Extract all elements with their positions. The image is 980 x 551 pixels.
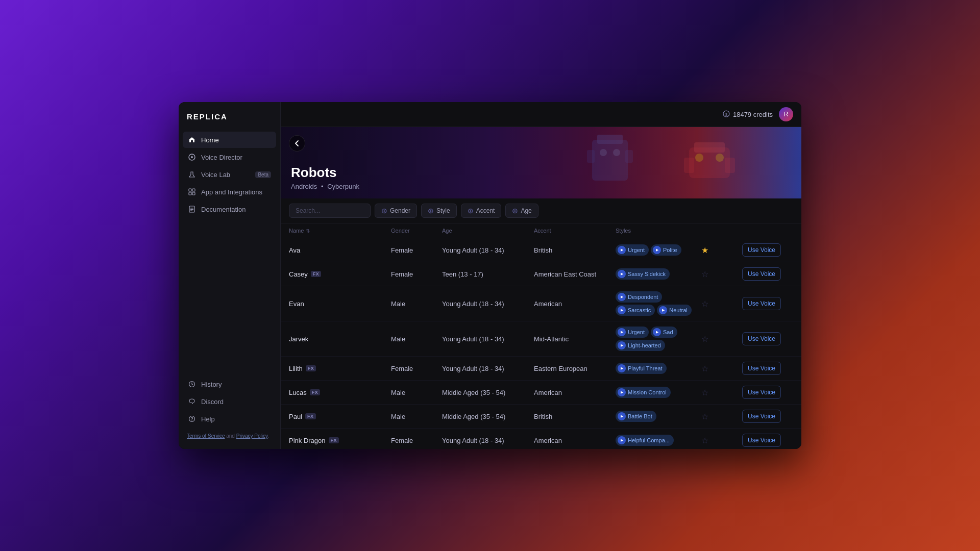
- favorite-button[interactable]: ☆: [701, 436, 708, 445]
- style-tag[interactable]: ▶ Light-hearted: [616, 340, 665, 351]
- use-voice-button[interactable]: Use Voice: [742, 386, 781, 399]
- sidebar-item-voice-lab-label: Voice Lab: [201, 171, 230, 179]
- style-tag[interactable]: ▶ Sad: [651, 327, 677, 338]
- favorite-button[interactable]: ☆: [701, 299, 708, 309]
- hero-banner: Robots Androids • Cyberpunk: [281, 127, 801, 198]
- sidebar-item-documentation-label: Documentation: [201, 206, 246, 213]
- style-play-button[interactable]: ▶: [618, 412, 626, 420]
- use-voice-button[interactable]: Use Voice: [742, 362, 781, 375]
- svg-rect-3: [192, 189, 195, 191]
- style-play-button[interactable]: ▶: [618, 328, 626, 336]
- style-play-button[interactable]: ▶: [653, 246, 661, 254]
- table-row: Ava Female Young Adult (18 - 34) British…: [281, 238, 801, 262]
- back-button[interactable]: [289, 135, 305, 152]
- voice-name-cell: Lucas FX: [289, 389, 391, 396]
- voice-name: Evan: [289, 300, 304, 308]
- use-voice-button[interactable]: Use Voice: [742, 243, 781, 257]
- header-gender: Gender: [391, 228, 442, 234]
- gender-cell: Female: [391, 246, 442, 254]
- use-voice-button[interactable]: Use Voice: [742, 297, 781, 310]
- svg-point-19: [695, 154, 703, 162]
- user-avatar[interactable]: R: [779, 107, 793, 121]
- search-input[interactable]: [289, 204, 371, 218]
- style-tag[interactable]: ▶ Polite: [651, 244, 681, 256]
- favorite-button[interactable]: ★: [701, 245, 708, 255]
- style-play-button[interactable]: ▶: [618, 364, 626, 372]
- header-styles: Styles: [616, 228, 701, 234]
- style-tag[interactable]: ▶ Sarcastic: [616, 305, 655, 316]
- style-play-button[interactable]: ▶: [618, 246, 626, 254]
- accent-filter-button[interactable]: ⊕ Accent: [461, 204, 502, 218]
- svg-rect-16: [694, 142, 725, 153]
- age-cell: Young Adult (18 - 34): [442, 437, 534, 444]
- sidebar-item-help[interactable]: Help: [183, 411, 276, 427]
- style-play-button[interactable]: ▶: [653, 328, 661, 336]
- sidebar-nav: Home Voice Director Voice Lab: [179, 132, 280, 376]
- sidebar-item-discord[interactable]: Discord: [183, 393, 276, 410]
- style-play-button[interactable]: ▶: [659, 306, 667, 314]
- voice-name-cell: Evan: [289, 300, 391, 308]
- sidebar-item-app-integrations[interactable]: App and Integrations: [183, 184, 276, 200]
- style-play-button[interactable]: ▶: [618, 341, 626, 349]
- favorite-button[interactable]: ☆: [701, 334, 708, 344]
- star-cell: ☆: [701, 269, 742, 279]
- style-tag[interactable]: ▶ Battle Bot: [616, 411, 656, 422]
- accent-cell: Eastern European: [534, 365, 616, 372]
- sidebar-item-documentation[interactable]: Documentation: [183, 201, 276, 217]
- style-tag[interactable]: ▶ Playful Threat: [616, 363, 667, 374]
- use-voice-button[interactable]: Use Voice: [742, 267, 781, 281]
- styles-cell: ▶ Battle Bot: [616, 411, 701, 422]
- header-star: [701, 228, 742, 234]
- style-tag[interactable]: ▶ Mission Control: [616, 387, 671, 398]
- gender-filter-button[interactable]: ⊕ Gender: [375, 204, 417, 218]
- style-tag[interactable]: ▶ Neutral: [657, 305, 691, 316]
- favorite-button[interactable]: ☆: [701, 412, 708, 421]
- use-voice-button[interactable]: Use Voice: [742, 410, 781, 423]
- use-voice-button[interactable]: Use Voice: [742, 434, 781, 447]
- table-row: Jarvek Male Young Adult (18 - 34) Mid-At…: [281, 321, 801, 357]
- sidebar-item-voice-lab[interactable]: Voice Lab Beta: [183, 166, 276, 183]
- sidebar-item-help-label: Help: [201, 415, 215, 423]
- styles-cell: ▶ Playful Threat: [616, 363, 701, 374]
- sidebar-item-history[interactable]: History: [183, 376, 276, 392]
- sidebar-item-voice-director[interactable]: Voice Director: [183, 149, 276, 165]
- style-play-button[interactable]: ▶: [618, 293, 626, 301]
- table-header: Name ⇅ Gender Age Accent Styles: [281, 223, 801, 238]
- favorite-button[interactable]: ☆: [701, 364, 708, 373]
- table-row: Evan Male Young Adult (18 - 34) American…: [281, 286, 801, 321]
- voice-name-cell: Pink Dragon FX: [289, 437, 391, 444]
- style-filter-button[interactable]: ⊕ Style: [421, 204, 457, 218]
- style-tag[interactable]: ▶ Helpful Compa...: [616, 435, 674, 446]
- style-filter-plus-icon: ⊕: [428, 207, 434, 215]
- voice-name: Pink Dragon: [289, 437, 326, 444]
- sidebar-bottom: History Discord Help: [179, 376, 280, 427]
- sidebar-item-home[interactable]: Home: [183, 132, 276, 148]
- style-tag[interactable]: ▶ Urgent: [616, 327, 649, 338]
- style-tag[interactable]: ▶ Sassy Sidekick: [616, 268, 670, 280]
- voice-name-cell: Lilith FX: [289, 365, 391, 372]
- style-label: Sad: [663, 329, 673, 335]
- favorite-button[interactable]: ☆: [701, 269, 708, 279]
- style-tag[interactable]: ▶ Urgent: [616, 244, 649, 256]
- use-voice-button[interactable]: Use Voice: [742, 332, 781, 345]
- style-play-button[interactable]: ▶: [618, 306, 626, 314]
- name-sort-icon[interactable]: ⇅: [306, 228, 310, 234]
- header-age: Age: [442, 228, 534, 234]
- style-tag[interactable]: ▶ Despondent: [616, 291, 662, 303]
- terms-of-service-link[interactable]: Terms of Service: [187, 433, 225, 439]
- style-play-button[interactable]: ▶: [618, 388, 626, 396]
- age-cell: Young Adult (18 - 34): [442, 246, 534, 254]
- style-play-button[interactable]: ▶: [618, 270, 626, 278]
- privacy-policy-link[interactable]: Privacy Policy: [236, 433, 268, 439]
- svg-rect-22: [597, 135, 623, 144]
- sidebar-item-home-label: Home: [201, 136, 219, 144]
- favorite-button[interactable]: ☆: [701, 388, 708, 397]
- header-action: [742, 228, 793, 234]
- table-row: Casey FX Female Teen (13 - 17) American …: [281, 262, 801, 286]
- style-label: Playful Threat: [628, 365, 663, 371]
- credits-icon: $: [723, 110, 730, 119]
- style-play-button[interactable]: ▶: [618, 436, 626, 444]
- style-label: Despondent: [628, 294, 658, 300]
- discord-icon: [188, 397, 196, 406]
- age-filter-button[interactable]: ⊕ Age: [505, 204, 538, 218]
